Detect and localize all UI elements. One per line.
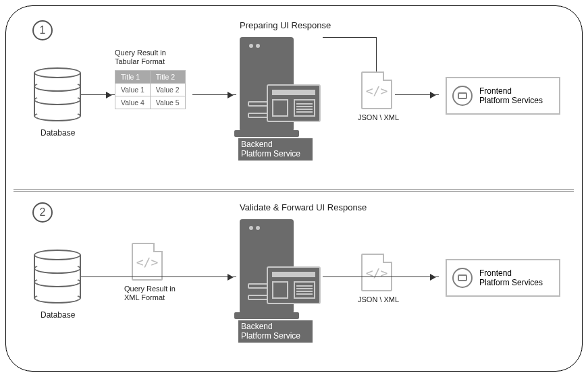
frontend-services-box: Frontend Platform Services — [446, 77, 560, 115]
step-1-badge: 1 — [32, 20, 53, 40]
query-result-table: Title 1 Title 2 Value 1 Value 2 Value 4 … — [115, 70, 186, 109]
backend-server-icon: Backend Platform Service — [240, 37, 321, 152]
arrow-table-to-server — [192, 94, 236, 95]
arrow-server-to-frontend-2 — [323, 277, 439, 277]
table-row: Value 4 Value 5 — [115, 96, 186, 109]
server-label: Backend Platform Service — [238, 320, 313, 343]
database-icon — [34, 250, 81, 303]
monitor-circle-icon — [452, 268, 473, 288]
code-glyph-icon: </> — [366, 84, 388, 98]
arrow-db-to-server-2 — [81, 277, 236, 277]
frontend-label: Frontend Platform Services — [479, 86, 543, 106]
file-icon: </> — [132, 243, 163, 281]
server-heading: Preparing UI Response — [240, 20, 331, 30]
frontend-services-box: Frontend Platform Services — [446, 259, 560, 297]
section-divider — [14, 189, 574, 192]
file-format-label-2: JSON \ XML — [358, 295, 399, 303]
file-icon: </> — [361, 254, 392, 291]
code-glyph-icon: </> — [366, 266, 388, 280]
arrow-db-to-table — [81, 94, 115, 95]
midfile-caption: Query Result in XML Format — [124, 285, 176, 302]
database-label: Database — [41, 128, 75, 138]
table-header: Title 2 — [150, 71, 185, 84]
arrow-file-to-frontend — [395, 94, 439, 95]
database-icon — [34, 67, 81, 121]
file-format-label: JSON \ XML — [358, 113, 399, 121]
code-glyph-icon: </> — [136, 255, 159, 269]
table-caption: Query Result in Tabular Format — [115, 49, 166, 66]
step-1-number: 1 — [40, 24, 46, 36]
file-icon: </> — [361, 71, 392, 109]
monitor-circle-icon — [452, 86, 473, 106]
step-2-badge: 2 — [32, 202, 53, 223]
table-header: Title 1 — [115, 71, 151, 84]
table-row: Value 1 Value 2 — [115, 84, 186, 96]
server-heading-2: Validate & Forward UI Response — [240, 202, 367, 212]
backend-server-icon: Backend Platform Service — [240, 219, 321, 334]
database-label: Database — [41, 310, 75, 320]
server-label: Backend Platform Service — [238, 138, 313, 161]
step-2-number: 2 — [40, 206, 46, 219]
frontend-label: Frontend Platform Services — [479, 268, 543, 288]
